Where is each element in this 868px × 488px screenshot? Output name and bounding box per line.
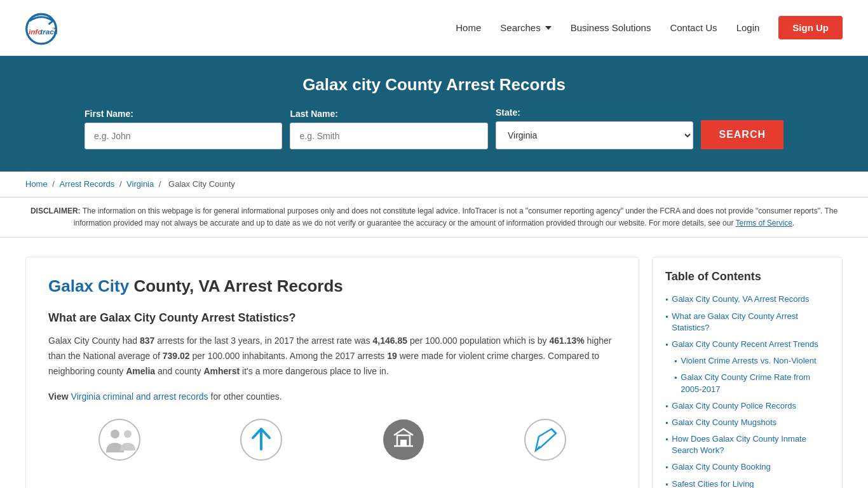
toc-item-2: What are Galax City County Arrest Statis… <box>665 311 829 334</box>
nav-business-solutions[interactable]: Business Solutions <box>571 22 651 33</box>
svg-point-10 <box>525 419 566 460</box>
chevron-down-icon <box>545 26 552 30</box>
main-heading: Galax City County, VA Arrest Records <box>48 276 616 296</box>
toc-title: Table of Contents <box>665 270 829 283</box>
toc-link-6[interactable]: Galax City County Police Records <box>672 400 796 412</box>
breadcrumb-sep-1: / <box>52 179 57 189</box>
svg-point-4 <box>99 419 140 460</box>
toc-link-2[interactable]: What are Galax City County Arrest Statis… <box>672 311 829 334</box>
terms-of-service-link[interactable]: Terms of Service <box>736 219 792 227</box>
last-name-input[interactable] <box>290 123 487 149</box>
breadcrumb-virginia[interactable]: Virginia <box>126 179 154 189</box>
toc-item-1: Galax City County, VA Arrest Records <box>665 294 829 305</box>
stats-text-1: Galax City County had <box>48 336 137 346</box>
stats-text-8: it's a more dangerous place to live in. <box>242 366 389 376</box>
stats-violent: 19 <box>387 351 397 361</box>
circle-icon <box>381 417 426 462</box>
arrow-up-icon <box>239 417 283 462</box>
breadcrumb-county: Galax City County <box>168 179 235 189</box>
icon-row <box>48 417 616 464</box>
state-label: State: <box>496 107 520 118</box>
stats-arrests: 837 <box>140 336 154 346</box>
toc-link-3[interactable]: Galax City County Recent Arrest Trends <box>672 339 818 350</box>
breadcrumb: Home / Arrest Records / Virginia / Galax… <box>0 172 868 197</box>
toc-item-6: Galax City County Police Records <box>665 400 829 412</box>
state-group: State: Virginia <box>496 107 693 149</box>
virginia-records-link[interactable]: Virginia criminal and arrest records <box>71 391 208 402</box>
logo-icon: info tracer ™ <box>25 10 57 45</box>
toc-item-5: Galax City County Crime Rate from 2005-2… <box>665 372 829 395</box>
stats-text-2: arrests for the last 3 years, in 2017 th… <box>157 336 372 346</box>
breadcrumb-sep-2: / <box>119 179 124 189</box>
content-right: Table of Contents Galax City County, VA … <box>652 257 843 488</box>
state-select[interactable]: Virginia <box>496 121 693 149</box>
toc-link-5[interactable]: Galax City County Crime Rate from 2005-2… <box>681 372 829 395</box>
toc-item-9: Galax City County Booking <box>665 461 829 473</box>
toc-item-7: Galax City County Mugshots <box>665 417 829 428</box>
view-text: View <box>48 391 71 402</box>
toc-item-4: Violent Crime Arrests vs. Non-Violent <box>665 355 829 367</box>
signup-button[interactable]: Sign Up <box>778 16 843 39</box>
icon-arrow <box>239 417 283 464</box>
stats-higher: 461.13% <box>549 336 584 346</box>
disclaimer-bar: DISCLAIMER: The information on this webp… <box>0 197 868 238</box>
stats-county2: Amherst <box>203 366 240 376</box>
stats-national: 739.02 <box>163 351 190 361</box>
disclaimer-label: DISCLAIMER: <box>31 207 81 215</box>
view-text2: for other counties. <box>211 391 282 402</box>
header: info tracer ™ Home Searches Business Sol… <box>0 0 868 56</box>
stats-text-7: and county <box>158 366 203 376</box>
nav-contact-us[interactable]: Contact Us <box>670 22 717 33</box>
toc-link-7[interactable]: Galax City County Mugshots <box>672 417 776 428</box>
toc-item-3: Galax City County Recent Arrest Trends <box>665 339 829 350</box>
disclaimer-text: The information on this webpage is for g… <box>74 207 837 227</box>
stats-text-3: per 100.000 population which is by <box>410 336 549 346</box>
last-name-group: Last Name: <box>290 109 487 149</box>
stats-text-5: per 100.000 inhabitants. Among the 2017 … <box>193 351 388 361</box>
pencil-icon <box>523 417 567 462</box>
hero-title: Galax city County Arrest Records <box>25 75 843 95</box>
icon-circle-gray <box>381 417 426 464</box>
first-name-label: First Name: <box>85 109 133 119</box>
stats-heading: What are Galax City County Arrest Statis… <box>48 311 616 325</box>
heading-highlight: Galax City <box>48 276 129 295</box>
toc-item-10: Safest Cities for Living <box>665 478 829 488</box>
svg-text:™: ™ <box>52 27 57 31</box>
svg-point-6 <box>124 430 132 438</box>
stats-paragraph: Galax City County had 837 arrests for th… <box>48 334 616 379</box>
first-name-group: First Name: <box>85 109 282 149</box>
svg-rect-9 <box>400 440 407 446</box>
hero-banner: Galax city County Arrest Records First N… <box>0 56 868 172</box>
breadcrumb-sep-3: / <box>159 179 163 189</box>
toc-link-10[interactable]: Safest Cities for Living <box>672 478 754 488</box>
first-name-input[interactable] <box>85 123 282 149</box>
last-name-label: Last Name: <box>290 109 337 119</box>
heading-rest: County, VA Arrest Records <box>129 276 343 295</box>
toc-list: Galax City County, VA Arrest Records Wha… <box>665 294 829 488</box>
toc-link-1[interactable]: Galax City County, VA Arrest Records <box>672 294 809 305</box>
breadcrumb-home[interactable]: Home <box>25 179 48 189</box>
stats-county1: Amelia <box>126 366 155 376</box>
view-paragraph: View Virginia criminal and arrest record… <box>48 390 616 405</box>
icon-pencil <box>523 417 567 464</box>
svg-point-5 <box>111 430 119 438</box>
search-button[interactable]: SEARCH <box>701 120 783 149</box>
nav-searches[interactable]: Searches <box>500 22 551 33</box>
main-content: Galax City County, VA Arrest Records Wha… <box>0 238 868 488</box>
stats-rate: 4,146.85 <box>373 336 408 346</box>
logo-area: info tracer ™ <box>25 10 60 45</box>
breadcrumb-arrest-records[interactable]: Arrest Records <box>60 179 115 189</box>
main-nav: Home Searches Business Solutions Contact… <box>456 16 843 39</box>
toc-link-8[interactable]: How Does Galax City County Inmate Search… <box>672 433 829 456</box>
people-icon <box>97 417 142 462</box>
nav-login[interactable]: Login <box>736 22 760 33</box>
toc-item-8: How Does Galax City County Inmate Search… <box>665 433 829 456</box>
icon-people <box>97 417 142 464</box>
toc-link-9[interactable]: Galax City County Booking <box>672 461 770 473</box>
toc-link-4[interactable]: Violent Crime Arrests vs. Non-Violent <box>681 355 816 367</box>
search-form: First Name: Last Name: State: Virginia S… <box>85 107 783 149</box>
nav-home[interactable]: Home <box>456 22 481 33</box>
disclaimer-period: . <box>792 219 794 227</box>
content-left: Galax City County, VA Arrest Records Wha… <box>25 257 639 488</box>
